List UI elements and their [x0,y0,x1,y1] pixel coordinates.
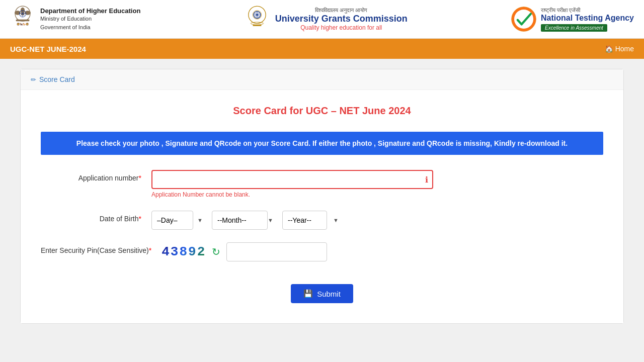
ugc-text-block: विश्वविद्यालय अनुदान आयोग University Gra… [275,7,408,31]
security-pin-group: Enter Security Pin(Case Sensitive)* 4389… [31,242,613,261]
dept-line2: Government of India [40,23,140,32]
dept-text-block: Department of Higher Education Ministry … [40,7,140,31]
month-select[interactable]: --Month--JanuaryFebruaryMarchAprilMayJun… [212,211,268,230]
nta-text-block: राष्ट्रीय परीक्षा एजेंसी National Testin… [541,7,634,32]
card-header-title: ✏ Score Card [31,75,613,83]
card-header: ✏ Score Card [21,69,623,90]
day-select[interactable]: –Day–12345678910111213141516171819202122… [151,211,193,230]
ugc-section: विश्वविद्यालय अनुदान आयोग University Gra… [244,4,408,34]
ugc-emblem-icon [244,4,270,34]
ugc-tagline: Quality higher education for all [275,24,408,31]
nta-hindi: राष्ट्रीय परीक्षा एजेंसी [541,7,634,14]
dob-selects: –Day–12345678910111213141516171819202122… [151,211,433,230]
dob-wrapper: –Day–12345678910111213141516171819202122… [151,211,433,230]
ugc-hindi: विश्वविद्यालय अनुदान आयोग [275,7,408,14]
svg-point-2 [15,11,21,15]
submit-wrapper: 💾 Submit [31,274,613,308]
nta-english: National Testing Agency [541,14,634,23]
security-pin-label: Enter Security Pin(Case Sensitive)* [41,242,162,254]
year-select-wrapper: --Year--19801981198219831984198519861987… [282,211,343,230]
submit-button[interactable]: 💾 Submit [291,284,353,303]
nta-section: राष्ट्रीय परीक्षा एजेंसी National Testin… [511,6,634,32]
captcha-display: 43892 [162,244,206,259]
score-card-container: ✏ Score Card Score Card for UGC – NET Ju… [20,69,624,324]
ugc-english: University Grants Commission [275,14,408,24]
dept-name: Department of Higher Education [40,7,140,15]
security-pin-input[interactable] [226,242,327,261]
svg-point-3 [25,11,31,15]
year-select[interactable]: --Year--19801981198219831984198519861987… [282,211,327,230]
app-number-wrapper: ℹ Application Number cannot be blank. [151,170,433,198]
month-select-wrapper: --Month--JanuaryFebruaryMarchAprilMayJun… [212,211,277,230]
svg-rect-5 [16,20,30,21]
navbar-title: UGC-NET JUNE-2024 [10,45,86,53]
app-number-error: Application Number cannot be blank. [151,191,433,198]
ashoka-emblem-icon: 🦁🐂🐎🦁 [10,4,35,34]
app-number-input-wrapper: ℹ [151,170,433,189]
home-label: Home [615,45,634,53]
svg-rect-25 [253,25,261,26]
page-header: 🦁🐂🐎🦁 Department of Higher Education Mini… [0,0,644,39]
day-select-wrapper: –Day–12345678910111213141516171819202122… [151,211,207,230]
error-icon: ℹ [425,175,428,185]
dob-group: Date of Birth* –Day–12345678910111213141… [31,211,613,230]
app-number-input[interactable] [151,170,433,189]
security-pin-wrapper: 43892 ↻ [162,242,443,261]
edit-icon: ✏ [31,76,36,83]
main-content: ✏ Score Card Score Card for UGC – NET Ju… [0,59,644,334]
app-number-label: Application number* [41,170,151,182]
app-number-group: Application number* ℹ Application Number… [31,170,613,198]
home-icon: 🏠 [605,45,613,53]
breadcrumb-label: Score Card [39,75,75,83]
navbar: UGC-NET JUNE-2024 🏠 Home [0,39,644,59]
home-link[interactable]: 🏠 Home [605,45,634,53]
submit-label: Submit [317,290,341,298]
form-title: Score Card for UGC – NET June 2024 [31,105,613,117]
nta-badge: Excellence in Assessment [541,24,607,32]
svg-text:🦁🐂🐎🦁: 🦁🐂🐎🦁 [17,23,29,27]
dept-logo-section: 🦁🐂🐎🦁 Department of Higher Education Mini… [10,4,140,34]
alert-banner: Please check your photo , Signature and … [41,132,603,155]
refresh-captcha-icon[interactable]: ↻ [212,246,220,258]
submit-icon: 💾 [303,289,313,298]
card-body: Score Card for UGC – NET June 2024 Pleas… [21,90,623,323]
dept-line1: Ministry of Education [40,15,140,23]
security-pin-controls: 43892 ↻ [162,242,443,261]
nta-emblem-icon [511,6,537,32]
dob-label: Date of Birth* [41,211,151,223]
